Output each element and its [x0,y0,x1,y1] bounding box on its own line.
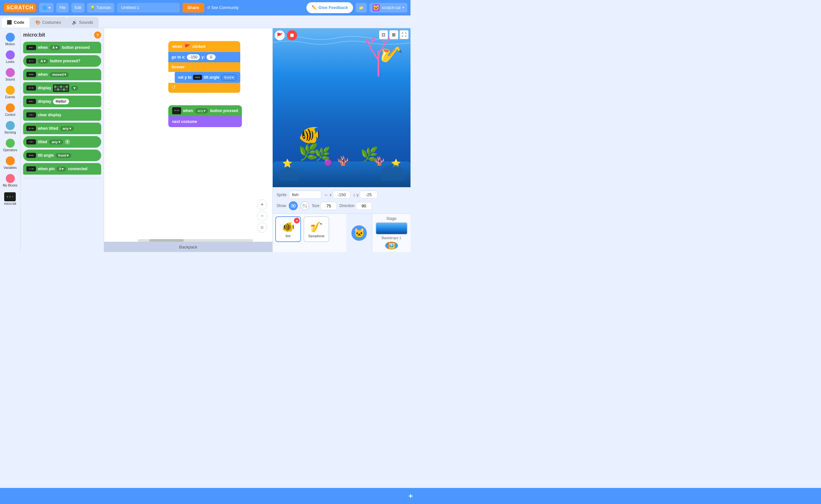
svg-point-26 [31,114,32,116]
edit-menu[interactable]: Edit [71,3,84,13]
block-btn-pressed[interactable]: when A ▾ button pressed [23,42,101,53]
x-coord-input[interactable] [333,191,350,199]
tab-code[interactable]: ⬛ Code [1,17,30,28]
green-flag-btn[interactable]: 🚩 [275,30,285,40]
user-avatar: 🐱 [372,4,380,11]
size-input[interactable] [320,202,336,210]
stage-backdrop-thumb[interactable] [375,222,407,235]
community-btn[interactable]: ↺ See Community [207,5,239,10]
sprites-panel: ✕ 🐠 fish 🎷 Saxophone 🐱 Stage [273,213,410,252]
block-tilted-bool[interactable]: tilted any ▾ ? [23,136,101,148]
tab-costumes[interactable]: 🎨 Costumes [30,17,67,28]
microbit-chip-4 [26,85,36,91]
zoom-fit-btn[interactable]: = [257,222,267,233]
block-when-pin[interactable]: when pin 0 ▾ connected [23,163,101,175]
globe-btn[interactable]: 🌐 ▾ [39,3,54,13]
view-medium-btn[interactable]: ⊞ [389,30,398,39]
file-menu[interactable]: File [56,3,69,13]
cb-goto[interactable]: go to x: -150 y: 0 [168,52,240,62]
tutorials-btn[interactable]: 💡 Tutorials [87,3,114,13]
block-display-text[interactable]: display Hello! [23,96,101,107]
tilt-angle-dropdown[interactable]: front ▾ [56,153,71,158]
coding-area[interactable]: when 🚩 clicked go to x: -150 y: 0 foreve… [104,28,272,252]
svg-point-65 [292,205,294,207]
stage-thumb-bg [376,223,407,234]
block-when-moved[interactable]: when moved ▾ [23,69,101,80]
share-btn[interactable]: Share [182,3,204,13]
costumes-icon: 🎨 [35,20,40,25]
block-clear-display[interactable]: clear display [23,109,101,121]
sprite-delete-fish[interactable]: ✕ [294,218,300,223]
block-a-bool-dropdown[interactable]: A ▾ [38,59,48,64]
tilted-bool-dropdown[interactable]: any ▾ [49,140,63,144]
sidebar-item-events[interactable]: Events [1,84,20,101]
backpack-bar[interactable]: Backpack [104,242,272,252]
microbit-chip-10 [26,166,36,171]
sprite-thumb-saxophone[interactable]: 🎷 Saxophone [303,216,329,242]
sprite-thumb-fish[interactable]: ✕ 🐠 fish [275,216,301,242]
cb-when-clicked[interactable]: when 🚩 clicked [168,41,240,52]
sound-dot [6,68,15,77]
block-moved-dropdown[interactable]: moved ▾ [50,72,69,77]
sidebar-item-sensing[interactable]: Sensing [1,119,20,136]
add-backdrop-btn[interactable]: 🖼️ [385,242,398,249]
y-coord-input[interactable] [360,191,377,199]
view-small-btn[interactable]: ⊡ [379,30,388,39]
microbit-chip-9 [26,153,36,158]
pin-dropdown[interactable]: 0 ▾ [57,167,66,171]
cb-any-dropdown[interactable]: any ▾ [195,108,208,114]
microbit-chip-1 [26,45,36,50]
block-a-dropdown[interactable]: A ▾ [50,45,60,50]
info-btn[interactable]: ? [94,31,101,39]
folder-btn[interactable]: 📁 [355,3,367,13]
zoom-in-btn[interactable]: + [257,199,267,210]
hide-btn[interactable] [300,201,309,210]
coding-canvas[interactable]: when 🚩 clicked go to x: -150 y: 0 foreve… [104,28,272,252]
zoom-out-btn[interactable]: − [257,211,267,221]
fish-sprite-name: fish [285,234,291,238]
sidebar-item-variables[interactable]: Variables [1,154,20,171]
display-grid-dropdown[interactable]: ▾ [71,86,78,91]
sidebar-item-microbit[interactable]: micro:bit [3,191,18,207]
give-feedback-btn[interactable]: ✏️ Give Feedback [306,2,353,13]
sidebar-item-motion[interactable]: Motion [1,31,20,48]
svg-rect-52 [290,34,293,37]
y-axis-icon: ↕ [353,192,355,197]
user-area[interactable]: 🐱 scratch-cat ▾ [369,3,407,13]
show-btn[interactable] [289,201,298,210]
cb-forever-bottom: ↺ [168,83,240,93]
stop-btn[interactable] [287,30,297,40]
sidebar-item-myblocks[interactable]: My Blocks [1,172,20,189]
sprite-name-input[interactable] [289,191,321,199]
view-fullscreen-btn[interactable]: ⛶ [399,30,408,39]
variables-label: Variables [4,166,17,169]
svg-point-14 [31,74,32,75]
scratch-logo[interactable]: SCRATCH [3,3,37,13]
display-text-input[interactable]: Hello! [53,99,69,104]
direction-input[interactable] [356,202,372,210]
display-grid-widget[interactable] [53,84,69,92]
tilted-dropdown[interactable]: any ▾ [60,126,74,131]
front-dropdown[interactable]: front ▾ [221,74,237,81]
block-tilt-angle[interactable]: tilt angle front ▾ [23,150,101,161]
cb-set-y[interactable]: set y to tilt angle front ▾ [175,72,240,83]
block-btn-bool[interactable]: A ▾ button pressed? [23,55,101,67]
cb-next-costume[interactable]: next costume [168,116,242,127]
add-sprite-btn[interactable]: 🐱 [351,225,367,241]
events-dot [6,86,15,95]
cb-y-input[interactable]: 0 [206,54,215,60]
backdrop-count: Backdrops 1 [381,236,401,240]
svg-point-15 [32,74,33,75]
tab-sounds[interactable]: 🔊 Sounds [66,17,99,28]
cb-x-input[interactable]: -150 [187,54,200,60]
cb-microbit-chip2 [172,107,181,114]
sidebar-item-control[interactable]: Control [1,101,20,118]
block-when-tilted[interactable]: when tilted any ▾ [23,123,101,134]
sidebar-item-operators[interactable]: Operators [1,137,20,154]
sidebar-item-looks[interactable]: Looks [1,48,20,65]
cb-when-btn[interactable]: when any ▾ button pressed [168,105,242,116]
sidebar-item-sound[interactable]: Sound [1,66,20,83]
project-title-input[interactable] [117,3,180,13]
block-display-grid[interactable]: display ▾ [23,82,101,94]
horizontal-scrollbar[interactable] [138,239,253,242]
